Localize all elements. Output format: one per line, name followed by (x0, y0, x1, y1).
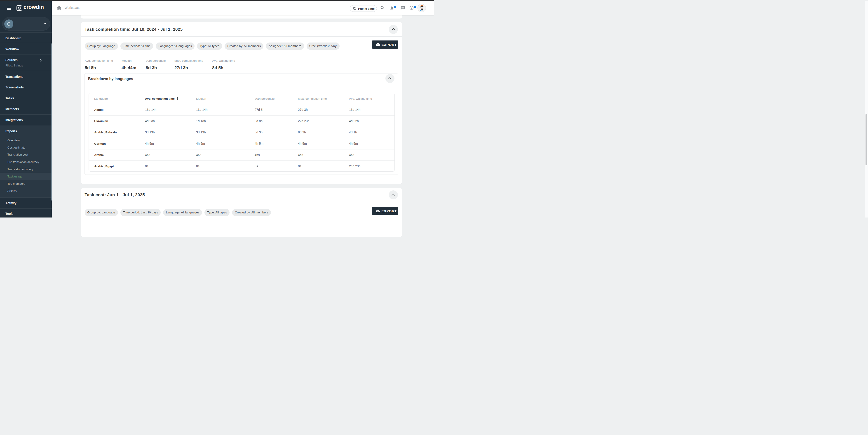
svg-text:?: ? (411, 6, 412, 9)
